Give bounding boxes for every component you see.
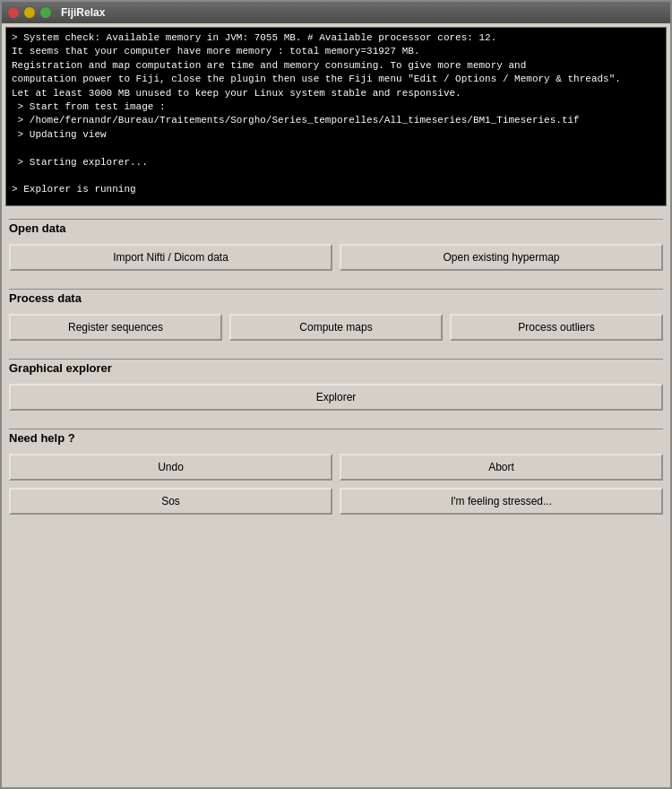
- console-line: > Updating view: [12, 128, 660, 142]
- close-button[interactable]: [7, 6, 20, 19]
- explorer-button[interactable]: Explorer: [9, 384, 663, 411]
- compute-maps-button[interactable]: Compute maps: [229, 314, 443, 341]
- console-line: > /home/fernandr/Bureau/Traitements/Sorg…: [12, 114, 660, 127]
- content-area: > System check: Available memory in JVM:…: [2, 23, 670, 787]
- graphical-explorer-title: Graphical explorer: [9, 361, 663, 375]
- console-line: It seems that your computer have more me…: [12, 45, 660, 58]
- open-data-section: Open data Import Nifti / Dicom data Open…: [5, 213, 667, 276]
- divider-explorer: [9, 359, 663, 360]
- console-line: > Explorer is running: [12, 183, 660, 196]
- divider-process: [9, 289, 663, 290]
- sos-button[interactable]: Sos: [9, 488, 332, 515]
- import-nifti-button[interactable]: Import Nifti / Dicom data: [9, 244, 332, 271]
- open-hypermap-button[interactable]: Open existing hypermap: [340, 244, 663, 271]
- console-line: > System check: Available memory in JVM:…: [12, 31, 660, 45]
- explorer-button-row: Explorer: [9, 384, 663, 411]
- need-help-section: Need help ? Undo Abort Sos I'm feeling s…: [5, 423, 667, 515]
- open-data-buttons: Import Nifti / Dicom data Open existing …: [9, 244, 663, 271]
- abort-button[interactable]: Abort: [340, 454, 663, 481]
- console-line: > Start from test image :: [12, 100, 660, 114]
- main-window: FijiRelax > System check: Available memo…: [0, 0, 672, 789]
- minimize-button[interactable]: [23, 6, 36, 19]
- title-bar: FijiRelax: [2, 2, 670, 23]
- process-outliers-button[interactable]: Process outliers: [450, 314, 663, 341]
- window-controls: [7, 6, 52, 19]
- open-data-title: Open data: [9, 221, 663, 235]
- process-data-title: Process data: [9, 291, 663, 305]
- help-row-2: Sos I'm feeling stressed...: [9, 488, 663, 515]
- maximize-button[interactable]: [39, 6, 52, 19]
- process-data-buttons: Register sequences Compute maps Process …: [9, 314, 663, 341]
- undo-button[interactable]: Undo: [9, 454, 332, 481]
- console-line: computation power to Fiji, close the plu…: [12, 73, 660, 86]
- divider-top: [9, 219, 663, 220]
- need-help-title: Need help ?: [9, 431, 663, 445]
- console-line: > Starting explorer...: [12, 156, 660, 169]
- register-sequences-button[interactable]: Register sequences: [9, 314, 222, 341]
- console-line: [12, 142, 660, 155]
- help-buttons-container: Undo Abort Sos I'm feeling stressed...: [9, 454, 663, 515]
- process-data-section: Process data Register sequences Compute …: [5, 283, 667, 346]
- help-row-1: Undo Abort: [9, 454, 663, 481]
- graphical-explorer-section: Graphical explorer Explorer: [5, 353, 667, 416]
- stressed-button[interactable]: I'm feeling stressed...: [340, 488, 663, 515]
- console-line: Registration and map computation are tim…: [12, 59, 660, 73]
- divider-help: [9, 429, 663, 429]
- console-output: > System check: Available memory in JVM:…: [5, 27, 667, 206]
- console-line: [12, 169, 660, 183]
- console-line: Let at least 3000 MB unused to keep your…: [12, 87, 660, 100]
- window-title: FijiRelax: [61, 6, 105, 19]
